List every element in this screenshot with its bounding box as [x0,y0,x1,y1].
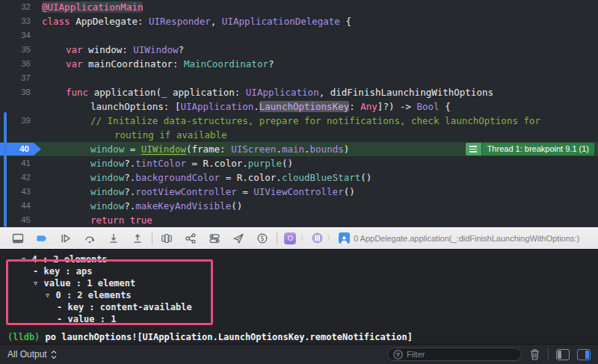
code-lines: 32@UIApplicationMain33class AppDelegate:… [0,0,598,227]
output-scope-label: All Output [7,349,47,360]
chevron-right-icon: 〉 [300,232,308,244]
updown-chevron-icon [51,350,57,360]
debug-console[interactable]: ▿ 4 : 2 elements- key : aps▿ value : 1 e… [0,250,598,344]
debug-toolbar: 〉 〉 0 AppDelegate.application(_:didFinis… [0,227,598,250]
variable-tree-line: ▿ value : 1 element [0,277,598,289]
variable-tree-line: - key : content-available [0,301,598,313]
variable-tree-line: - key : aps [0,265,598,277]
code-line[interactable]: 34 [0,28,598,43]
line-number-gutter[interactable]: 38 [0,85,37,99]
stack-frame-label[interactable]: 0 AppDelegate.application(_:didFinishLau… [354,234,579,243]
line-number-gutter[interactable]: 33 [0,14,37,28]
source-editor[interactable]: 32@UIApplicationMain33class AppDelegate:… [0,0,598,227]
view-ui-hierarchy-icon[interactable] [155,229,179,247]
step-into-icon[interactable] [102,229,126,247]
code-line[interactable]: 43window?.rootViewController = UIViewCon… [0,185,598,199]
console-filter-field[interactable] [387,348,522,361]
stack-frame-icon[interactable] [339,232,350,244]
step-out-icon[interactable] [126,229,150,247]
breakpoints-toggle-icon[interactable] [30,229,54,247]
line-number-gutter[interactable]: 37 [0,71,37,85]
bottom-bar-separator [548,348,549,360]
code-line[interactable]: 33class AppDelegate: UIResponder, UIAppl… [0,14,598,28]
variables-view-toggle[interactable] [556,349,570,360]
source-control-change-bar [4,112,7,227]
filter-icon [393,350,403,360]
breakpoint-menu-icon[interactable] [466,143,482,155]
lldb-prompt: (lldb) [7,332,46,342]
console-output: ▿ 4 : 2 elements- key : aps▿ value : 1 e… [0,253,598,325]
variable-tree-line: ▿ 0 : 2 elements [0,289,598,301]
environment-overrides-icon[interactable] [203,229,226,247]
toolbar-separator [277,232,277,244]
app-icon[interactable] [284,232,296,244]
code-line[interactable]: routing if available [0,128,598,142]
hide-debug-area-icon[interactable] [6,229,30,247]
code-line[interactable]: launchOptions: [UIApplication.LaunchOpti… [0,99,598,114]
code-line[interactable]: 45return true [0,213,598,227]
breakpoint-thread-badge[interactable]: Thread 1: breakpoint 9.1 (1) [466,143,594,155]
line-number-gutter[interactable]: 36 [0,57,37,71]
code-line[interactable]: 35var window: UIWindow? [0,43,598,57]
line-number-gutter[interactable]: 35 [0,43,37,57]
code-line[interactable]: 32@UIApplicationMain [0,0,598,14]
code-line[interactable]: 37 [0,71,598,85]
thread-badge-label: Thread 1: breakpoint 9.1 (1) [482,143,594,155]
code-line[interactable]: 44window?.makeKeyAndVisible() [0,199,598,213]
xcode-debug-window: 32@UIApplicationMain33class AppDelegate:… [0,0,598,364]
variable-tree-line: - value : 1 [0,313,598,325]
gauge-icon[interactable] [250,229,274,247]
simulate-location-icon[interactable] [226,229,250,247]
chevron-right-icon: 〉 [327,232,335,244]
line-number-gutter[interactable]: 34 [0,28,37,43]
code-line[interactable]: 42window?.backgroundColor = R.color.clou… [0,170,598,185]
lldb-command-line[interactable]: (lldb) po launchOptions![UIApplication.L… [0,332,598,342]
trash-icon[interactable] [529,348,540,360]
step-over-icon[interactable] [78,229,102,247]
output-scope-selector[interactable]: All Output [7,349,57,360]
code-line[interactable]: 38func application(_ application: UIAppl… [0,85,598,99]
code-line[interactable]: 39// Initalize data-structures, prepare … [0,114,598,128]
console-bottom-bar: All Output [0,344,598,364]
filter-input[interactable] [407,350,516,359]
continue-execution-icon[interactable] [54,229,78,247]
memory-graph-icon[interactable] [179,229,203,247]
line-number-gutter[interactable]: 32 [0,0,37,14]
debug-jump-bar[interactable]: 〉 〉 0 AppDelegate.application(_:didFinis… [284,232,579,244]
code-line[interactable]: 36var mainCoordinator: MainCoordinator? [0,57,598,71]
lldb-command: po launchOptions![UIApplication.LaunchOp… [46,332,413,342]
variable-tree-line: ▿ 4 : 2 elements [0,253,598,265]
toolbar-separator [152,232,152,244]
code-line[interactable]: 41window?.tintColor = R.color.purple() [0,156,598,170]
console-view-toggle[interactable] [577,349,591,360]
thread-icon[interactable] [312,232,323,244]
